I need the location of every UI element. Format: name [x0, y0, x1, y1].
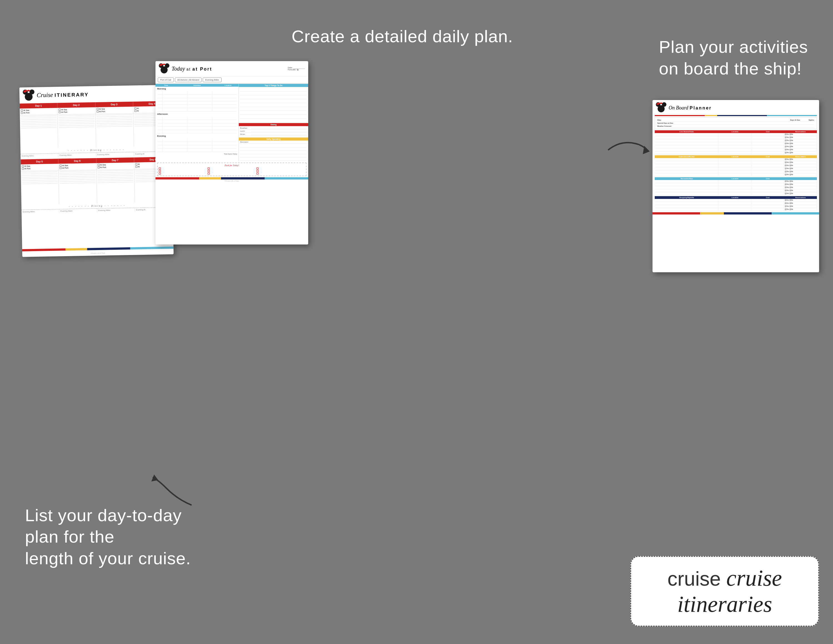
day-1-header: Day 1 — [20, 103, 58, 108]
svg-point-17 — [658, 105, 664, 112]
experiences-section: Experiences/Parties Location Cost Reserv… — [655, 155, 817, 176]
daily-body: Time Activities Location Morning Afterno… — [156, 84, 308, 161]
badge-text: cruise cruise itineraries — [648, 565, 802, 617]
badge: cruise cruise itineraries — [630, 556, 819, 626]
daily-left: Time Activities Location Morning Afterno… — [156, 84, 239, 161]
dining-header: Dining — [239, 123, 308, 126]
minnie-daily-icon — [159, 63, 169, 74]
itin-lines-top — [20, 113, 172, 149]
morning-label: Morning — [156, 87, 238, 91]
daily-meta: Date: ___________ Forecast: 🌤 — [288, 67, 305, 71]
onboard-page: On Board Planner Ship: Days At Sea: Nigh… — [653, 100, 819, 272]
daily-title: Today at at Port — [172, 66, 212, 72]
svg-point-13 — [163, 64, 165, 65]
svg-point-19 — [660, 103, 662, 104]
tab-all-ashore[interactable]: All Ashore | All Aboard — [175, 77, 202, 82]
minnie-onboard-icon — [656, 102, 666, 113]
caption-top-right: Plan your activities on board the ship! — [659, 36, 808, 79]
daily-page: Today at at Port Date: ___________ Forec… — [156, 61, 308, 245]
spending-header: Daily Spending — [239, 137, 308, 140]
svg-point-11 — [161, 66, 167, 73]
shopping-section: Shopping/Nightlife Location Cost Reserva… — [655, 196, 817, 211]
tab-evening-attire[interactable]: Evening Attire — [203, 77, 221, 82]
onboard-color-bar — [653, 212, 819, 214]
itin-lines-bottom — [21, 169, 173, 204]
total-row: Total Spent Today: — [156, 153, 238, 155]
arrow-bottom-left-icon — [150, 475, 195, 508]
pack-section: Pack for Today! — [157, 163, 307, 176]
tab-port-of-call[interactable]: Port of Call — [158, 77, 174, 82]
onboard-info: Ship: Days At Sea: Nights: Special Days … — [655, 117, 817, 129]
itinerary-page: Cruise ITINERARY Day 1 Day 2 Day 3 Day 4… — [19, 85, 174, 257]
daily-tabs: Port of Call All Ashore | All Aboard Eve… — [156, 76, 308, 84]
evening-label: Evening — [156, 134, 238, 138]
caption-bottom-left: List your day-to-day plan for the length… — [25, 504, 206, 569]
color-bar — [22, 246, 174, 251]
daily-right: Top 3 Things To Do Dining Breakfast: Lun… — [239, 84, 308, 161]
recreation-section: Recreation/Spa Location Cost Yes No Yes … — [655, 177, 817, 195]
svg-point-20 — [659, 103, 660, 104]
daily-color-bar — [156, 177, 308, 179]
caption-top: Create a detailed daily plan. — [291, 26, 513, 46]
day-2-header: Day 2 — [58, 102, 95, 108]
svg-point-14 — [162, 64, 163, 65]
itin-title: Cruise ITINERARY — [37, 90, 89, 99]
day-3-header: Day 3 — [95, 102, 133, 107]
itin-copyright: ©Peoples Life on Paper — [22, 251, 174, 255]
afternoon-label: Afternoon — [156, 112, 238, 116]
onboard-title: On Board Planner — [669, 105, 712, 111]
description-label: Description — [239, 140, 308, 143]
arrow-right-icon — [605, 134, 650, 167]
live-shows-section: Live Shows/Clubs Location Cost Reservati… — [655, 130, 817, 155]
pack-title: Pack for Today! — [159, 164, 305, 167]
minnie-icon — [23, 89, 35, 101]
top3-header: Top 3 Things To Do — [239, 84, 308, 87]
daily-copyright: ©Peoples Life on Paper — [156, 179, 308, 182]
badge-container: cruise cruise itineraries — [630, 561, 819, 622]
